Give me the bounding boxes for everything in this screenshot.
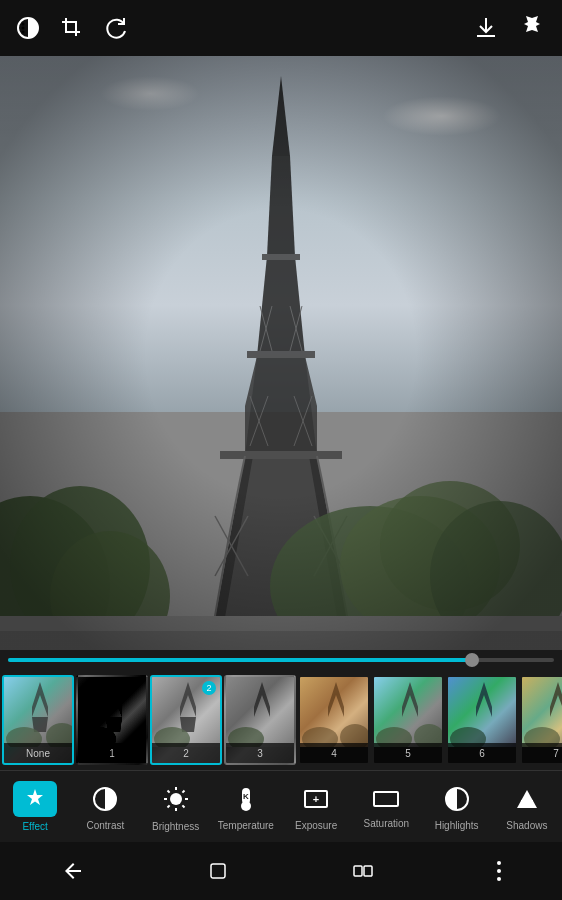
svg-rect-73 bbox=[374, 792, 398, 806]
download-icon[interactable] bbox=[474, 16, 498, 40]
tool-saturation-label: Saturation bbox=[364, 818, 410, 829]
crop-icon[interactable] bbox=[60, 16, 84, 40]
progress-thumb[interactable] bbox=[465, 653, 479, 667]
tool-brightness[interactable]: Brightness bbox=[141, 781, 211, 832]
tool-shadows-label: Shadows bbox=[506, 820, 547, 831]
svg-marker-51 bbox=[402, 682, 418, 717]
photo-area bbox=[0, 56, 562, 650]
svg-text:+: + bbox=[313, 793, 319, 805]
svg-marker-40 bbox=[106, 682, 122, 717]
filter-label-7: 7 bbox=[522, 743, 562, 763]
svg-line-66 bbox=[182, 791, 184, 793]
svg-marker-6 bbox=[309, 456, 352, 646]
recent-button[interactable] bbox=[331, 851, 395, 891]
home-button[interactable] bbox=[186, 851, 250, 891]
svg-point-2 bbox=[22, 27, 25, 30]
toolbar-right bbox=[474, 14, 546, 42]
svg-rect-78 bbox=[354, 866, 362, 876]
filter-label-2: 2 bbox=[152, 743, 220, 763]
back-button[interactable] bbox=[41, 851, 105, 891]
filter-thumb-4[interactable]: 4 bbox=[298, 675, 370, 765]
tool-contrast[interactable]: Contrast bbox=[70, 782, 140, 831]
svg-line-17 bbox=[314, 516, 347, 576]
shadows-icon bbox=[505, 782, 549, 816]
svg-point-31 bbox=[50, 531, 170, 650]
tool-brightness-label: Brightness bbox=[152, 821, 199, 832]
svg-point-30 bbox=[10, 486, 150, 646]
tool-saturation[interactable]: Saturation bbox=[351, 784, 421, 829]
effect-icon bbox=[13, 781, 57, 817]
svg-marker-48 bbox=[328, 682, 344, 717]
svg-point-70 bbox=[241, 801, 251, 811]
svg-line-65 bbox=[182, 805, 184, 807]
fox-icon[interactable] bbox=[518, 14, 546, 42]
bottom-tools: Effect Contrast Brightness bbox=[0, 770, 562, 842]
svg-marker-36 bbox=[32, 682, 48, 717]
filter-thumb-none[interactable]: None bbox=[2, 675, 74, 765]
svg-line-64 bbox=[167, 791, 169, 793]
filter-thumb-3[interactable]: 3 bbox=[224, 675, 296, 765]
svg-marker-5 bbox=[210, 456, 253, 646]
svg-point-1 bbox=[22, 23, 25, 26]
svg-line-16 bbox=[314, 516, 347, 576]
svg-rect-11 bbox=[220, 451, 342, 459]
filter-thumb-7[interactable]: 7 bbox=[520, 675, 562, 765]
cloud1 bbox=[382, 96, 502, 136]
nav-bar bbox=[0, 842, 562, 900]
saturation-icon bbox=[364, 784, 408, 814]
filter-label-none: None bbox=[4, 743, 72, 763]
svg-rect-77 bbox=[211, 864, 225, 878]
temperature-icon: K bbox=[224, 782, 268, 816]
tool-shadows[interactable]: Shadows bbox=[492, 782, 562, 831]
tool-highlights[interactable]: Highlights bbox=[422, 782, 492, 831]
svg-point-29 bbox=[0, 496, 110, 650]
svg-marker-43 bbox=[180, 682, 196, 717]
top-toolbar bbox=[0, 0, 562, 56]
filter-badge-2: 2 bbox=[202, 681, 216, 695]
tool-contrast-label: Contrast bbox=[86, 820, 124, 831]
filter-label-1: 1 bbox=[78, 743, 146, 763]
svg-line-15 bbox=[215, 516, 248, 576]
svg-point-59 bbox=[170, 793, 182, 805]
circle-half-icon[interactable] bbox=[16, 16, 40, 40]
tool-exposure[interactable]: + Exposure bbox=[281, 782, 351, 831]
tool-exposure-label: Exposure bbox=[295, 820, 337, 831]
svg-marker-46 bbox=[254, 682, 270, 717]
svg-point-81 bbox=[497, 869, 501, 873]
filter-label-5: 5 bbox=[374, 743, 442, 763]
progress-track[interactable] bbox=[8, 658, 554, 662]
filter-thumb-5[interactable]: 5 bbox=[372, 675, 444, 765]
toolbar-left bbox=[16, 16, 128, 40]
brightness-icon bbox=[154, 781, 198, 817]
cloud2 bbox=[100, 76, 200, 111]
svg-rect-79 bbox=[364, 866, 372, 876]
svg-marker-54 bbox=[476, 682, 492, 717]
svg-marker-56 bbox=[550, 682, 562, 717]
svg-text:K: K bbox=[243, 792, 249, 801]
contrast-icon bbox=[84, 782, 126, 816]
progress-bar-area[interactable] bbox=[0, 650, 562, 670]
highlights-icon bbox=[436, 782, 478, 816]
svg-point-27 bbox=[340, 496, 500, 636]
svg-point-80 bbox=[497, 861, 501, 865]
filter-label-4: 4 bbox=[300, 743, 368, 763]
tool-effect-label: Effect bbox=[22, 821, 47, 832]
rotate-icon[interactable] bbox=[104, 16, 128, 40]
filter-label-3: 3 bbox=[226, 743, 294, 763]
exposure-icon: + bbox=[294, 782, 338, 816]
svg-rect-34 bbox=[0, 631, 562, 650]
tool-effect[interactable]: Effect bbox=[0, 781, 70, 832]
tool-temperature[interactable]: K Temperature bbox=[211, 782, 281, 831]
tool-temperature-label: Temperature bbox=[218, 820, 274, 831]
filter-thumb-2[interactable]: 2 2 bbox=[150, 675, 222, 765]
filter-thumb-1[interactable]: 1 bbox=[76, 675, 148, 765]
svg-point-26 bbox=[270, 506, 470, 650]
more-button[interactable] bbox=[476, 851, 522, 891]
svg-rect-33 bbox=[0, 616, 562, 650]
svg-point-82 bbox=[497, 877, 501, 881]
filter-strip: None 1 2 2 bbox=[0, 670, 562, 770]
svg-rect-76 bbox=[521, 800, 533, 808]
svg-point-28 bbox=[380, 481, 520, 611]
tool-highlights-label: Highlights bbox=[435, 820, 479, 831]
filter-thumb-6[interactable]: 6 bbox=[446, 675, 518, 765]
